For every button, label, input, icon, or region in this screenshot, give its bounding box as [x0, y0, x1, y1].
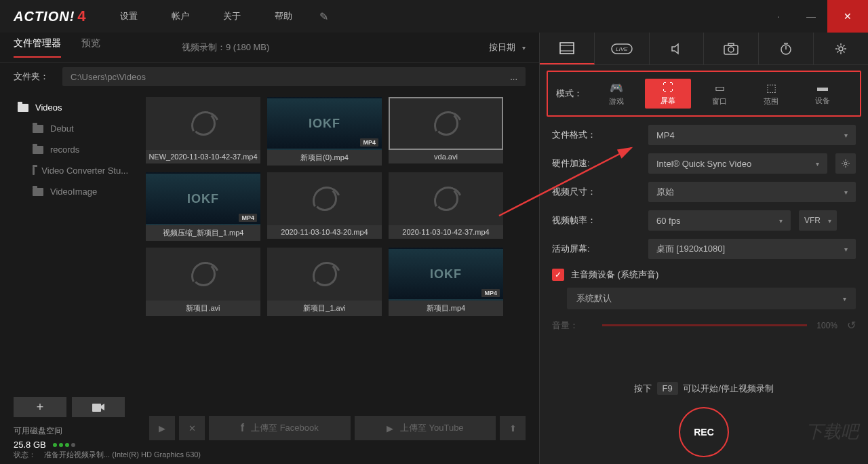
tree-root-label: Videos: [35, 102, 62, 113]
fps-select[interactable]: 60 fps▾: [648, 210, 791, 231]
thumbnail[interactable]: 新项目.avi: [146, 248, 260, 316]
active-screen-select[interactable]: 桌面 [1920x1080]▾: [648, 239, 856, 259]
upload-facebook-button[interactable]: f 上傳至 Facebook: [209, 416, 351, 440]
upload-button[interactable]: ⬆: [500, 416, 526, 440]
thumbnail[interactable]: 新项目_1.avi: [267, 248, 382, 316]
thumbnail[interactable]: IOKFMP4新项目.mp4: [389, 248, 503, 316]
tab-audio[interactable]: [650, 33, 705, 64]
thumbnail[interactable]: NEW_2020-11-03-10-42-37.mp4: [146, 97, 260, 166]
mode-device[interactable]: ▬ 设备: [800, 79, 846, 109]
camera-icon: [724, 43, 738, 55]
logo-version: 4: [77, 7, 85, 25]
audio-checkbox[interactable]: ✓: [552, 269, 564, 281]
chevron-down-icon: ▾: [522, 44, 526, 52]
facebook-icon: f: [241, 422, 244, 434]
tree-item[interactable]: records: [14, 139, 132, 160]
volume-slider[interactable]: [602, 324, 807, 326]
mode-game[interactable]: 🎮 游戏: [593, 79, 639, 109]
camera-button[interactable]: [72, 397, 125, 417]
hw-label: 硬件加速:: [552, 157, 640, 170]
volume-value: 100%: [816, 321, 837, 330]
hw-settings-button[interactable]: [835, 153, 856, 174]
volume-label: 音量：: [552, 320, 593, 332]
device-icon: ▬: [817, 81, 828, 94]
thumbnail[interactable]: 2020-11-03-10-43-20.mp4: [267, 172, 382, 241]
size-select[interactable]: 原始▾: [648, 182, 856, 202]
thumbnail[interactable]: IOKFMP4视频压缩_新项目_1.mp4: [146, 172, 260, 241]
titlebar: ACTION! 4 设置 帐户 关于 帮助 ✎ · — ✕: [0, 0, 868, 33]
tab-live[interactable]: LIVE: [595, 33, 650, 64]
hw-select[interactable]: Intel® Quick Sync Video▾: [648, 153, 827, 174]
volume-row: 音量： 100% ↺: [552, 319, 856, 332]
left-panel: 文件管理器 预览 视频录制：9 (180 MB) 按日期 ▾ 文件夹： C:\U…: [0, 33, 539, 464]
tab-timer[interactable]: [759, 33, 814, 64]
tab-video[interactable]: [540, 33, 595, 64]
tab-preview[interactable]: 预览: [81, 37, 100, 58]
recording-info: 视频录制：9 (180 MB): [182, 41, 269, 54]
speaker-icon: [671, 43, 683, 55]
tree-item[interactable]: Video Converter Stu...: [14, 160, 132, 181]
folder-icon: [18, 104, 28, 112]
thumbnail[interactable]: 2020-11-03-10-42-37.mp4: [389, 172, 503, 241]
yt-label: 上傳至 YouTube: [400, 422, 464, 434]
sort-label: 按日期: [489, 41, 515, 54]
folder-tree: Videos DebutrecordsVideo Converter Stu..…: [14, 97, 132, 390]
fb-label: 上傳至 Facebook: [251, 422, 319, 434]
delete-button[interactable]: ✕: [179, 416, 205, 440]
help-button[interactable]: ·: [762, 0, 795, 33]
thumbnail[interactable]: vda.avi: [389, 97, 503, 166]
mode-screen[interactable]: ⛶ 屏幕: [645, 79, 691, 109]
audio-label: 主音频设备 (系统声音): [571, 269, 658, 281]
tab-settings[interactable]: [814, 33, 868, 64]
thumbnail-name: 新项目(0).mp4: [267, 150, 382, 166]
sort-dropdown[interactable]: 按日期 ▾: [489, 41, 526, 54]
svg-rect-1: [560, 43, 574, 54]
upload-youtube-button[interactable]: ▶ 上傳至 YouTube: [355, 416, 496, 440]
mode-window[interactable]: ▭ 窗口: [696, 79, 743, 109]
thumbnail-name: 2020-11-03-10-42-37.mp4: [389, 225, 503, 239]
close-button[interactable]: ✕: [827, 0, 868, 33]
play-button[interactable]: ▶: [149, 416, 175, 440]
logo-text: ACTION!: [14, 9, 75, 24]
watermark: 下载吧: [806, 420, 859, 444]
menu-about[interactable]: 关于: [223, 10, 241, 22]
folder-icon: [33, 146, 43, 154]
right-panel: LIVE 模式： 🎮 游戏 ⛶ 屏幕: [539, 33, 868, 464]
menu-account[interactable]: 帐户: [172, 10, 189, 22]
folder-path-input[interactable]: C:\Users\pc\Videos ...: [62, 67, 526, 86]
fullscreen-icon: ⛶: [663, 81, 673, 94]
minimize-button[interactable]: —: [795, 0, 827, 33]
mode-selector: 模式： 🎮 游戏 ⛶ 屏幕 ▭ 窗口 ⬚ 范围 ▬ 设备: [547, 71, 861, 117]
brush-icon[interactable]: ✎: [319, 10, 328, 23]
tab-screenshot[interactable]: [704, 33, 759, 64]
logo: ACTION! 4: [14, 7, 86, 25]
status-text: 准备开始视频录制... (Intel(R) HD Graphics 630): [44, 450, 201, 460]
film-icon: [559, 42, 575, 54]
thumbnail-name: 视频压缩_新项目_1.mp4: [146, 225, 260, 241]
menu-settings[interactable]: 设置: [120, 10, 138, 22]
tab-file-manager[interactable]: 文件管理器: [14, 37, 61, 58]
top-menu: 设置 帐户 关于 帮助: [120, 10, 292, 22]
thumbnail[interactable]: IOKFMP4新项目(0).mp4: [267, 97, 382, 166]
tree-root[interactable]: Videos: [14, 97, 132, 118]
folder-icon: [33, 167, 35, 175]
menu-help[interactable]: 帮助: [275, 10, 292, 22]
status-bar: 状态： 准备开始视频录制... (Intel(R) HD Graphics 63…: [0, 446, 539, 464]
size-label: 视频尺寸：: [552, 186, 640, 198]
svg-point-7: [728, 47, 734, 52]
window-controls: · — ✕: [762, 0, 868, 33]
audio-device-select[interactable]: 系统默认▾: [567, 288, 856, 309]
folder-label: 文件夹：: [14, 71, 49, 83]
format-select[interactable]: MP4▾: [648, 125, 856, 145]
mode-region[interactable]: ⬚ 范围: [748, 79, 794, 109]
reset-icon[interactable]: ↺: [847, 319, 856, 332]
right-tabs: LIVE: [540, 33, 868, 65]
tree-item[interactable]: VideoImage: [14, 181, 132, 202]
record-button[interactable]: REC: [679, 407, 729, 457]
window-icon: ▭: [715, 81, 725, 94]
vfr-select[interactable]: VFR▾: [799, 210, 837, 231]
gamepad-icon: 🎮: [610, 81, 623, 94]
capture-settings: 文件格式： MP4▾ 硬件加速: Intel® Quick Sync Video…: [540, 122, 868, 376]
tree-item[interactable]: Debut: [14, 118, 132, 139]
add-button[interactable]: +: [14, 397, 66, 417]
